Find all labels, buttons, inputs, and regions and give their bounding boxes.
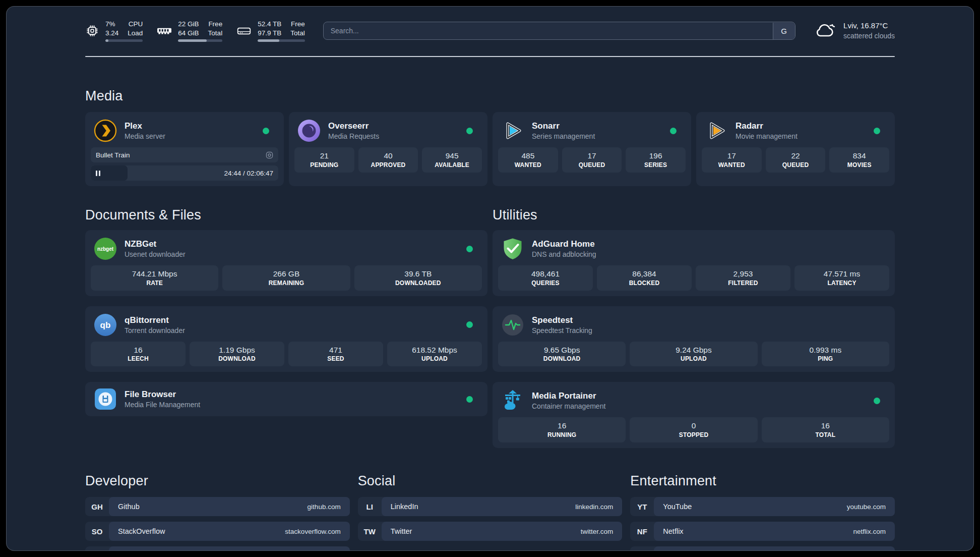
stat-label: LEECH (93, 355, 183, 362)
stat-value: 39.6 TB (356, 268, 480, 280)
stat-value: 485 (500, 150, 556, 161)
portainer-icon (501, 389, 524, 412)
memory-icon (157, 24, 172, 38)
search-engine-button[interactable]: G (773, 23, 795, 39)
disk-total-label: Total (290, 29, 305, 38)
bookmark-body: Netflix netflix.com (654, 522, 895, 541)
bookmark-link[interactable]: NF Netflix netflix.com (630, 522, 895, 541)
now-playing-progress-row[interactable]: 24:44 / 02:06:47 (91, 165, 278, 181)
stat-label: AVAILABLE (424, 161, 480, 169)
stat-value: 471 (290, 345, 381, 356)
disk-stat: 52.4 TB 97.9 TB Free Total (236, 20, 305, 42)
stat-label: RUNNING (500, 431, 624, 438)
app-title: File Browser (125, 389, 200, 400)
bookmark-name: Netflix (663, 527, 683, 535)
section-heading-documents: Documents & Files (85, 207, 487, 223)
stat-label: SERIES (628, 161, 684, 169)
stat-value: 40 (360, 150, 416, 161)
bookmark-link[interactable]: YT YouTube youtube.com (630, 497, 895, 516)
app-card-qbittorrent[interactable]: qb qBittorrent Torrent downloader (85, 306, 487, 372)
developer-links-column: Developer GH Github github.com (85, 473, 350, 551)
weather-widget[interactable]: Lviv, 16.87°C scattered clouds (814, 21, 895, 40)
bookmark-url: netflix.com (853, 528, 886, 535)
app-subtitle: Media server (125, 132, 165, 141)
stat-value: 17 (564, 150, 620, 161)
stat-value: 9.24 Gbps (632, 345, 755, 356)
stat-value: 0 (632, 420, 755, 431)
stat-value: 47.571 ms (797, 268, 887, 280)
bookmark-link[interactable]: RE Reddit reddit.com (630, 546, 895, 551)
stat-value: 196 (628, 150, 684, 161)
stat-label: WANTED (500, 161, 556, 169)
stat-box: 16 LEECH (91, 342, 186, 367)
stat-box: 86,384 BLOCKED (597, 265, 692, 291)
filebrowser-icon (94, 387, 117, 411)
app-card-filebrowser[interactable]: File Browser Media File Management (85, 382, 487, 416)
overseerr-icon (297, 119, 321, 142)
nzbget-icon-text: nzbget (97, 246, 114, 252)
stat-value: 1.19 Gbps (192, 345, 282, 356)
app-title: Sonarr (532, 121, 595, 132)
stat-label: UPLOAD (389, 355, 480, 362)
app-card-adguard[interactable]: AdGuard Home DNS and adblocking 498,461 … (493, 230, 895, 296)
bookmark-abbr: LI (358, 497, 382, 516)
bookmark-name: Github (118, 503, 140, 511)
bookmark-name: YouTube (663, 503, 692, 511)
bookmark-url: youtube.com (847, 503, 886, 511)
entertainment-links-column: Entertainment YT YouTube youtube.com (630, 473, 895, 551)
stat-box: 266 GB REMAINING (222, 265, 350, 291)
memory-total-value: 64 GiB (178, 29, 199, 38)
app-subtitle: Media Requests (328, 132, 379, 141)
stat-label: MOVIES (831, 161, 887, 169)
app-card-portainer[interactable]: Media Portainer Container management 16 … (493, 382, 895, 448)
session-target-icon[interactable] (266, 151, 273, 159)
cpu-stat: 7% 3.24 CPU Load (85, 20, 143, 42)
stat-box: 471 SEED (288, 342, 383, 367)
stats-row: 21 PENDING 40 APPROVED 945 AVAILABLE (294, 147, 482, 173)
app-card-speedtest[interactable]: Speedtest Speedtest Tracking 9.65 Gbps D… (493, 306, 895, 372)
stat-label: QUEUED (768, 161, 824, 169)
search-input[interactable] (323, 22, 795, 40)
bookmark-link[interactable]: LI LinkedIn linkedin.com (358, 497, 623, 516)
app-card-radarr[interactable]: Radarr Movie management 17 WANTED 22 (696, 112, 895, 186)
bookmark-link[interactable]: TW Twitter twitter.com (358, 522, 623, 541)
bookmark-link[interactable]: DT DEV dev.to (85, 546, 350, 551)
app-subtitle: Speedtest Tracking (532, 326, 592, 335)
stat-value: 945 (424, 150, 480, 161)
app-card-plex[interactable]: Plex Media server Bullet Train (85, 112, 284, 186)
pause-icon[interactable] (96, 171, 100, 176)
app-title: qBittorrent (125, 315, 185, 326)
section-heading-media: Media (85, 88, 895, 104)
memory-free-label: Free (208, 20, 222, 29)
bookmark-link[interactable]: GH Github github.com (85, 497, 350, 516)
stat-box: 16 RUNNING (498, 417, 626, 442)
bookmark-abbr: NF (630, 522, 654, 541)
app-card-nzbget[interactable]: nzbget NZBGet Usenet downloader (85, 230, 487, 296)
stat-box: 0.993 ms PING (762, 342, 889, 367)
header-divider (85, 56, 895, 57)
stat-box: 17 WANTED (702, 147, 762, 173)
stats-row: 9.65 Gbps DOWNLOAD 9.24 Gbps UPLOAD (498, 342, 889, 367)
bookmark-link[interactable]: SO StackOverflow stackoverflow.com (85, 522, 350, 541)
app-card-sonarr[interactable]: Sonarr Series management 485 WANTED (493, 112, 691, 186)
bookmark-body: Reddit reddit.com (654, 546, 895, 551)
bookmark-body: StackOverflow stackoverflow.com (109, 522, 350, 541)
stat-box: 17 QUEUED (562, 147, 622, 173)
dashboard-window: 7% 3.24 CPU Load (6, 6, 974, 551)
bookmark-url: linkedin.com (575, 503, 613, 511)
memory-progress-bar (178, 39, 222, 42)
stat-value: 2,953 (698, 268, 788, 280)
stat-label: UPLOAD (632, 355, 755, 362)
app-card-overseerr[interactable]: Overseerr Media Requests 21 PENDING (289, 112, 487, 186)
app-subtitle: Movie management (736, 132, 798, 141)
bookmark-body: Github github.com (109, 497, 350, 516)
nzbget-icon: nzbget (94, 237, 117, 260)
app-subtitle: Container management (532, 402, 605, 411)
app-title: Overseerr (328, 121, 379, 132)
cloud-icon (814, 21, 837, 40)
weather-location-temp: Lviv, 16.87°C (843, 21, 895, 31)
stat-label: TOTAL (764, 431, 887, 438)
utilities-column: Utilities (493, 207, 895, 448)
bookmark-name: Twitter (391, 527, 412, 535)
stat-box: 2,953 FILTERED (696, 265, 790, 291)
